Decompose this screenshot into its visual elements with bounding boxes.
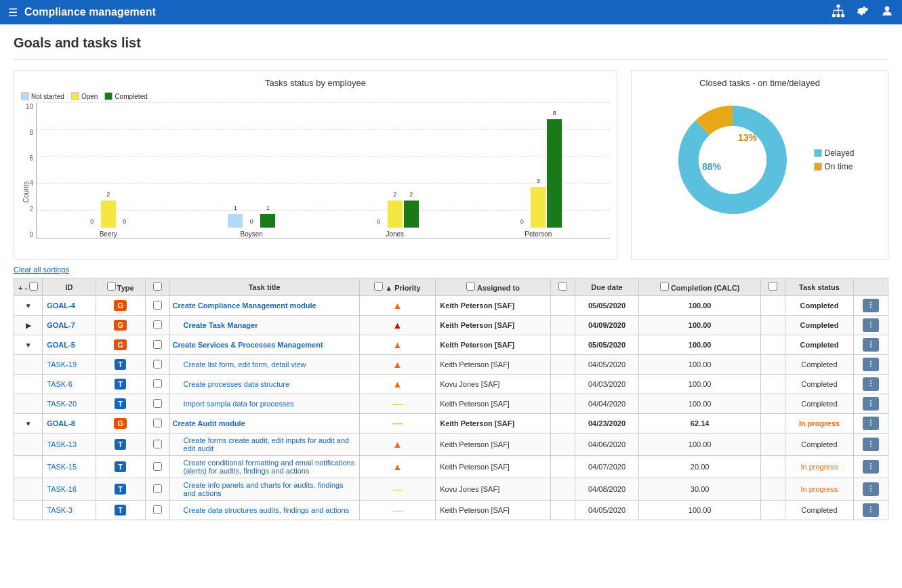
expand-icon[interactable]: ▼ (25, 341, 32, 349)
cell-id: GOAL-8 (43, 414, 96, 434)
action-button[interactable] (863, 358, 879, 371)
action-button[interactable] (863, 397, 879, 411)
th-check4[interactable] (768, 282, 777, 291)
row-check[interactable] (153, 340, 162, 349)
cell-duedate: 04/08/2020 (575, 478, 639, 501)
th-check2[interactable] (153, 282, 162, 291)
task-title-link[interactable]: Create forms create audit, edit inputs f… (184, 436, 350, 453)
th-check3[interactable] (558, 282, 567, 291)
expand-icon[interactable]: ▼ (25, 302, 32, 310)
cell-action (853, 456, 888, 478)
row-check[interactable] (153, 484, 162, 493)
menu-icon[interactable]: ☰ (8, 6, 18, 19)
app-title: Compliance management (24, 6, 825, 18)
task-title-link[interactable]: Create Services & Processes Management (173, 341, 323, 349)
cell-assigned: Keith Peterson [SAF] (436, 434, 551, 456)
cell-checkbox3 (761, 478, 785, 501)
task-id-link[interactable]: GOAL-4 (47, 301, 75, 310)
type-badge: G (114, 320, 127, 331)
svg-point-39 (870, 468, 872, 469)
expand-icon[interactable]: ▶ (26, 322, 31, 329)
cell-title: Create Compliance Management module (169, 296, 359, 316)
cell-duedate: 04/23/2020 (575, 414, 639, 434)
status-text: Completed (801, 440, 837, 448)
task-title-link[interactable]: Create Compliance Management module (173, 301, 316, 310)
row-check[interactable] (153, 505, 162, 514)
action-button[interactable] (863, 460, 879, 474)
task-id-link[interactable]: GOAL-7 (47, 321, 75, 329)
action-button[interactable] (863, 338, 879, 352)
bar-group-peterson-name: Peterson (525, 230, 552, 238)
cell-id: TASK-15 (43, 456, 96, 478)
settings-icon[interactable] (856, 4, 869, 21)
org-chart-icon[interactable] (832, 4, 845, 21)
th-id: ID (43, 278, 96, 296)
task-title-link[interactable]: Create conditional formatting and email … (184, 459, 355, 475)
action-button[interactable] (863, 377, 879, 391)
action-button[interactable] (863, 417, 879, 430)
status-text: Completed (801, 506, 837, 514)
legend-delayed-color (814, 149, 822, 157)
row-check[interactable] (153, 419, 162, 427)
row-check[interactable] (153, 399, 162, 408)
cell-title: Create data structures audits, findings … (169, 501, 359, 520)
task-title-link[interactable]: Create Task Manager (184, 321, 258, 329)
action-button[interactable] (863, 318, 879, 332)
clear-sort-link[interactable]: Clear all sortings (14, 266, 69, 274)
cell-completion: 20.00 (639, 456, 761, 478)
collapse-all-btn[interactable]: - (25, 284, 28, 292)
user-icon[interactable] (880, 4, 894, 21)
task-id-link[interactable]: TASK-15 (47, 463, 77, 471)
task-title-link[interactable]: Import sampla data for processes (184, 400, 294, 408)
donut-chart-container: Closed tasks - on time/delayed 88%13% De… (631, 70, 888, 259)
row-check[interactable] (153, 462, 162, 471)
cell-assigned: Keith Peterson [SAF] (436, 296, 551, 316)
task-id-link[interactable]: TASK-19 (47, 360, 77, 369)
task-id-link[interactable]: GOAL-8 (47, 419, 75, 427)
cell-checkbox3 (761, 501, 785, 520)
task-id-link[interactable]: TASK-6 (47, 380, 73, 388)
cell-expand (14, 501, 43, 520)
task-id-link[interactable]: TASK-13 (47, 440, 77, 448)
action-button[interactable] (863, 299, 879, 312)
task-id-link[interactable]: TASK-16 (47, 485, 77, 493)
table-row: TASK-3 T Create data structures audits, … (14, 501, 888, 520)
cell-expand (14, 394, 43, 414)
row-check[interactable] (153, 360, 162, 369)
expand-all-btn[interactable]: + (18, 284, 22, 292)
task-id-link[interactable]: TASK-20 (47, 400, 77, 408)
task-id-link[interactable]: GOAL-5 (47, 341, 75, 349)
task-title-link[interactable]: Create list form, edit form, detail view (184, 360, 306, 369)
expand-icon[interactable]: ▼ (25, 420, 32, 427)
row-check[interactable] (153, 440, 162, 448)
cell-priority: ▲ (359, 296, 436, 316)
action-button[interactable] (863, 482, 879, 496)
table-header: + - ID Type Task title ▲ Priority (14, 278, 888, 296)
task-title-link[interactable]: Create processes data structure (184, 380, 290, 388)
th-assigned-check[interactable] (466, 282, 475, 291)
action-button[interactable] (863, 438, 879, 451)
priority-icon: ▲ (392, 339, 402, 350)
cell-status: In progress (785, 456, 854, 478)
legend-open-label: Open (81, 93, 98, 100)
task-title-link[interactable]: Create data structures audits, findings … (184, 506, 350, 514)
action-button[interactable] (863, 503, 879, 517)
row-check[interactable] (153, 379, 162, 388)
th-priority-check[interactable] (374, 282, 383, 291)
legend-delayed: Delayed (814, 148, 854, 158)
table-wrap: + - ID Type Task title ▲ Priority (14, 278, 888, 520)
page-content: Goals and tasks list Tasks status by emp… (0, 24, 902, 588)
cell-completion: 100.00 (639, 501, 761, 520)
row-check[interactable] (153, 301, 162, 310)
th-type-check[interactable] (107, 282, 116, 291)
task-id-link[interactable]: TASK-3 (47, 506, 73, 514)
cell-status: Completed (785, 316, 854, 335)
th-completion-check[interactable] (660, 282, 669, 291)
cell-checkbox2 (551, 394, 575, 414)
task-title-link[interactable]: Create info panels and charts for audits… (184, 481, 344, 497)
cell-action (853, 375, 888, 394)
row-check[interactable] (153, 320, 162, 329)
select-all-check[interactable] (29, 282, 38, 291)
cell-checkbox3 (761, 316, 785, 335)
task-title-link[interactable]: Create Audit module (173, 419, 245, 427)
